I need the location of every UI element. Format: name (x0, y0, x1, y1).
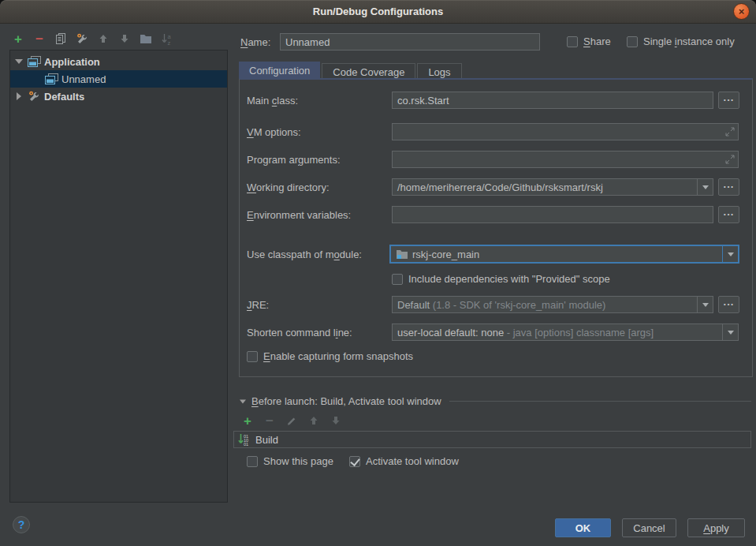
vm-options-label: VM options: (247, 126, 301, 138)
close-button[interactable]: × (733, 3, 750, 20)
before-launch-task-build[interactable]: 011001 Build (233, 431, 751, 448)
edit-defaults-button[interactable] (75, 32, 89, 46)
tree-item-unnamed[interactable]: Unnamed (10, 70, 227, 88)
configurations-tree: Application Unnamed Defaults (9, 50, 228, 503)
working-directory-label: Working directory: (247, 181, 330, 193)
use-classpath-combobox[interactable]: rskj-core_main (389, 245, 739, 264)
sort-az-icon: az (161, 32, 173, 45)
sort-configurations-button[interactable]: az (160, 32, 174, 46)
tree-item-defaults[interactable]: Defaults (10, 88, 227, 105)
remove-configuration-button[interactable]: − (32, 32, 47, 46)
tab-configuration[interactable]: Configuration (239, 62, 320, 80)
edit-task-button[interactable] (285, 413, 299, 428)
before-launch-section-header[interactable]: Before launch: Build, Activate tool wind… (239, 395, 751, 407)
name-label: Name: (240, 36, 270, 48)
tab-code-coverage[interactable]: Code Coverage (322, 63, 415, 80)
help-icon: ? (18, 518, 25, 531)
include-provided-checkbox[interactable] (392, 274, 403, 285)
jre-browse-button[interactable]: ... (718, 296, 739, 313)
pencil-icon (286, 415, 297, 426)
tree-item-application[interactable]: Application (10, 53, 227, 70)
jre-combobox[interactable]: Default (1.8 - SDK of 'rskj-core_main' m… (392, 296, 713, 313)
jre-label: JRE: (247, 299, 269, 311)
arrow-up-icon (308, 415, 319, 426)
main-class-browse-button[interactable]: ... (718, 92, 739, 109)
share-label: Share (583, 36, 611, 47)
svg-text:01: 01 (244, 442, 248, 447)
dropdown-arrow-icon[interactable] (697, 297, 713, 312)
apply-button[interactable]: Apply (687, 518, 745, 537)
shorten-value: user-local default: none (397, 327, 504, 338)
ellipsis-icon: ... (724, 210, 735, 214)
move-task-up-button[interactable] (307, 413, 321, 428)
dropdown-arrow-icon[interactable] (722, 324, 738, 340)
share-checkbox-row: Share (567, 36, 611, 47)
before-launch-toolbar: + − (240, 413, 343, 428)
create-folder-button[interactable] (139, 32, 153, 46)
dropdown-arrow-icon[interactable] (697, 179, 713, 195)
tree-item-label: Defaults (44, 91, 84, 103)
activate-tool-window-label: Activate tool window (366, 455, 459, 467)
application-icon (45, 73, 58, 85)
tree-item-label: Unnamed (61, 73, 106, 85)
include-provided-checkbox-row: Include dependencies with "Provided" sco… (392, 273, 610, 285)
move-up-button[interactable] (96, 32, 110, 46)
defaults-wrench-icon (28, 90, 41, 103)
window-title: Run/Debug Configurations (313, 6, 443, 17)
enable-snapshots-label: Enable capturing form snapshots (263, 350, 413, 362)
move-down-button[interactable] (117, 32, 132, 46)
use-classpath-label: Use classpath of module: (247, 249, 362, 260)
working-directory-combobox[interactable]: /home/meriherrera/Code/Github/rsksmart/r… (392, 178, 713, 196)
shorten-command-line-combobox[interactable]: user-local default: none - java [options… (392, 323, 739, 341)
jre-value-detail: (1.8 - SDK of 'rskj-core_main' module) (430, 299, 605, 311)
vm-options-input[interactable] (392, 123, 739, 140)
section-divider (449, 401, 751, 402)
program-arguments-input[interactable] (392, 151, 739, 168)
close-icon: × (739, 6, 745, 17)
share-checkbox[interactable] (567, 36, 578, 47)
show-this-page-label: Show this page (263, 455, 333, 467)
ellipsis-icon: ... (724, 182, 735, 186)
expand-field-icon[interactable] (725, 127, 735, 136)
environment-variables-browse-button[interactable]: ... (718, 206, 739, 223)
help-button[interactable]: ? (13, 516, 30, 533)
wrench-icon (76, 32, 89, 45)
use-classpath-value: rskj-core_main (412, 249, 479, 260)
copy-configuration-button[interactable] (54, 32, 68, 46)
main-class-input[interactable]: co.rsk.Start (392, 92, 713, 109)
remove-icon: − (266, 414, 274, 428)
main-class-value: co.rsk.Start (397, 95, 449, 107)
remove-icon: − (35, 32, 43, 46)
add-task-button[interactable]: + (240, 413, 255, 428)
tab-bar: Configuration Code Coverage Logs (239, 62, 464, 80)
enable-snapshots-checkbox-row: Enable capturing form snapshots (247, 350, 413, 362)
enable-snapshots-checkbox[interactable] (247, 351, 258, 362)
add-configuration-button[interactable]: + (11, 32, 25, 46)
activate-tool-window-checkbox[interactable] (349, 456, 360, 467)
copy-icon (54, 32, 67, 45)
name-input[interactable]: Unnamed (280, 33, 540, 50)
include-provided-label: Include dependencies with "Provided" sco… (408, 273, 610, 285)
show-this-page-checkbox[interactable] (247, 456, 258, 467)
dropdown-arrow-icon[interactable] (722, 246, 738, 262)
environment-variables-input[interactable] (392, 206, 713, 223)
application-icon (28, 56, 41, 68)
single-instance-checkbox[interactable] (627, 36, 638, 47)
move-task-down-button[interactable] (329, 413, 343, 428)
configurations-toolbar: + − az (11, 31, 174, 47)
working-directory-browse-button[interactable]: ... (718, 178, 739, 196)
environment-variables-label: Environment variables: (247, 209, 351, 221)
section-collapse-icon[interactable] (240, 399, 246, 403)
ok-button[interactable]: OK (555, 518, 611, 537)
expand-field-icon[interactable] (725, 155, 735, 164)
tab-logs[interactable]: Logs (417, 63, 461, 80)
arrow-up-icon (98, 33, 109, 44)
add-icon: + (14, 32, 22, 46)
module-icon (396, 249, 408, 260)
arrow-down-icon (119, 33, 130, 44)
task-label: Build (255, 434, 278, 446)
expand-arrow-icon[interactable] (10, 59, 28, 64)
collapse-arrow-icon[interactable] (10, 92, 28, 100)
remove-task-button[interactable]: − (263, 413, 277, 428)
cancel-button[interactable]: Cancel (622, 518, 676, 537)
